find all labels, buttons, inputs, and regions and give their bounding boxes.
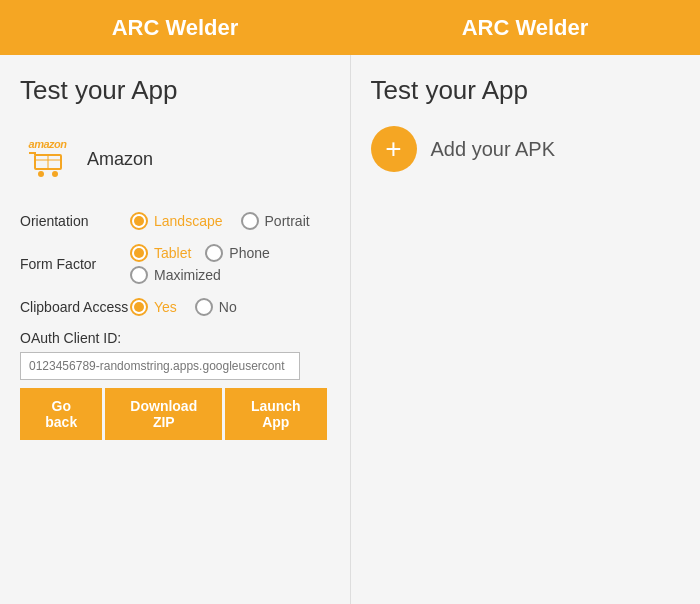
- maximized-radio-circle: [130, 266, 148, 284]
- orientation-options: Landscape Portrait: [130, 212, 324, 230]
- launch-app-button[interactable]: Launch App: [225, 388, 326, 440]
- oauth-label: OAuth Client ID:: [20, 330, 330, 346]
- app-logo: amazon: [20, 134, 75, 184]
- tablet-radio-circle: [130, 244, 148, 262]
- form-factor-row1: Tablet Phone: [130, 244, 284, 262]
- amazon-logo-text: amazon: [29, 138, 67, 150]
- app-name: Amazon: [87, 149, 153, 170]
- form-factor-row2: Maximized: [130, 266, 284, 284]
- right-panel: Test your App + Add your APK: [351, 55, 701, 604]
- maximized-label: Maximized: [154, 267, 221, 283]
- no-radio-circle: [195, 298, 213, 316]
- header-left-title: ARC Welder: [0, 0, 350, 55]
- left-panel: Test your App amazon Amazon: [0, 55, 351, 604]
- main-content: Test your App amazon Amazon: [0, 55, 700, 604]
- clipboard-label: Clipboard Access: [20, 299, 130, 315]
- svg-point-2: [52, 171, 58, 177]
- no-label: No: [219, 299, 237, 315]
- orientation-landscape[interactable]: Landscape: [130, 212, 223, 230]
- clipboard-yes[interactable]: Yes: [130, 298, 177, 316]
- portrait-radio-circle: [241, 212, 259, 230]
- form-factor-tablet[interactable]: Tablet: [130, 244, 191, 262]
- yes-radio-circle: [130, 298, 148, 316]
- amazon-cart-icon: [27, 150, 69, 180]
- yes-label: Yes: [154, 299, 177, 315]
- download-zip-button[interactable]: Download ZIP: [105, 388, 222, 440]
- oauth-input[interactable]: [20, 352, 300, 380]
- landscape-radio-circle: [130, 212, 148, 230]
- header: ARC Welder ARC Welder: [0, 0, 700, 55]
- form-factor-maximized[interactable]: Maximized: [130, 266, 221, 284]
- tablet-label: Tablet: [154, 245, 191, 261]
- add-apk-label: Add your APK: [431, 138, 556, 161]
- portrait-label: Portrait: [265, 213, 310, 229]
- phone-label: Phone: [229, 245, 269, 261]
- oauth-section: OAuth Client ID:: [20, 330, 330, 380]
- svg-point-1: [38, 171, 44, 177]
- form-factor-options: Tablet Phone Maximized: [130, 244, 284, 284]
- phone-radio-circle: [205, 244, 223, 262]
- orientation-label: Orientation: [20, 213, 130, 229]
- landscape-label: Landscape: [154, 213, 223, 229]
- orientation-row: Orientation Landscape Portrait: [20, 212, 330, 230]
- right-panel-title: Test your App: [371, 75, 681, 106]
- clipboard-no[interactable]: No: [195, 298, 237, 316]
- form-factor-label: Form Factor: [20, 256, 130, 272]
- bottom-buttons: Go back Download ZIP Launch App: [20, 388, 330, 440]
- add-apk-section: + Add your APK: [371, 126, 681, 172]
- form-factor-phone[interactable]: Phone: [205, 244, 269, 262]
- clipboard-options: Yes No: [130, 298, 251, 316]
- clipboard-row: Clipboard Access Yes No: [20, 298, 330, 316]
- go-back-button[interactable]: Go back: [20, 388, 102, 440]
- app-item[interactable]: amazon Amazon: [20, 126, 330, 192]
- header-right-title: ARC Welder: [350, 0, 700, 55]
- add-apk-button[interactable]: +: [371, 126, 417, 172]
- left-panel-title: Test your App: [20, 75, 330, 106]
- form-factor-row: Form Factor Tablet Phone Maximized: [20, 244, 330, 284]
- orientation-portrait[interactable]: Portrait: [241, 212, 310, 230]
